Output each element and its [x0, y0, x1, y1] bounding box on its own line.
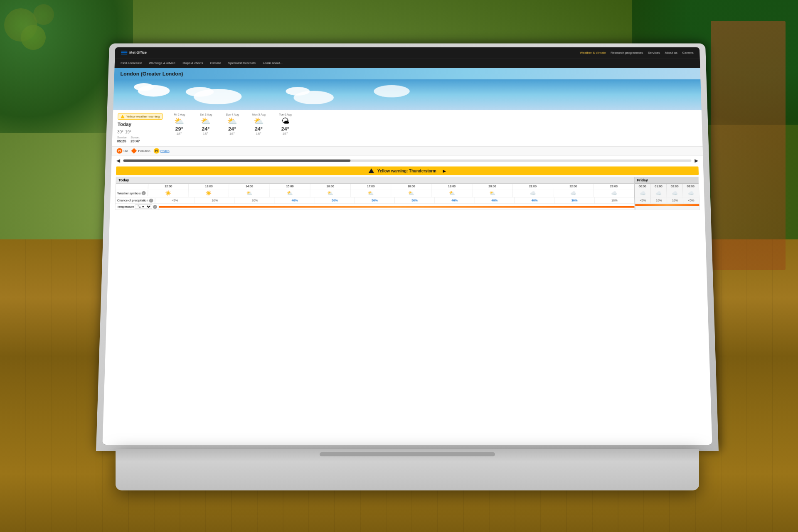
friday-temp-row [635, 204, 699, 206]
wx-icon-8: ⛅ [473, 189, 513, 197]
nav-services[interactable]: Services [648, 51, 660, 54]
forecast-low-4: 15° [273, 132, 297, 135]
forecast-low-0: 18° [167, 132, 191, 135]
hour-10: 22:00 [553, 184, 594, 189]
fri-wx-1: ☁️ [651, 189, 667, 197]
forecast-icon-1: ⛅ [194, 117, 218, 125]
fri-hour-0: 00:00 [635, 184, 651, 189]
today-hourly-section: Today 12:00 13:00 14:00 15:00 16:00 17:0… [115, 177, 634, 210]
sunrise-time: 05:25 [117, 139, 127, 143]
forecast-day-2[interactable]: Sun 4 Aug ⛅ 24° 16° [220, 113, 244, 135]
uv-badge[interactable]: H UV [117, 148, 128, 153]
pollution-badge[interactable]: Pollution [131, 148, 151, 153]
fri-hour-1: 01:00 [651, 184, 667, 189]
hour-1: 13:00 [189, 184, 229, 189]
laptop-base [116, 449, 699, 490]
pollution-diamond-wrapper [131, 148, 137, 153]
hour-6: 18:00 [392, 184, 432, 189]
nav-about[interactable]: About us [665, 51, 677, 54]
today-weather-icons: ☀️ ☀️ ⛅ ⛅ ⛅ ⛅ ⛅ ⛅ ⛅ ☁️ ☁️ [148, 189, 634, 197]
forecast-day-4[interactable]: Tue 6 Aug 🌤 24° 15° [273, 113, 298, 135]
laptop-screen-outer: Met Office Weather & climate Research pr… [96, 43, 719, 451]
hour-0: 12:00 [148, 184, 189, 189]
temp-unit-select[interactable]: °C ▼ °F ▼ [135, 204, 152, 209]
location-bar: London (Greater London) [114, 68, 700, 79]
pollen-link[interactable]: Pollen [160, 149, 170, 153]
today-high-temp: 30° [117, 130, 123, 134]
temp-info-icon[interactable]: i [153, 205, 157, 209]
forecast-icon-0: ⛅ [167, 117, 191, 125]
yellow-warning-banner[interactable]: Yellow warning: Thunderstorm ▶ [116, 167, 699, 175]
today-temps: 30° 19° [117, 128, 163, 135]
forecast-high-4: 24° [273, 126, 297, 132]
scroll-left-arrow[interactable]: ◀ [116, 158, 120, 163]
friday-col-header: Friday [635, 177, 699, 184]
today-temp-bar [159, 206, 635, 208]
precip-10: 30% [555, 197, 595, 203]
sky-banner [113, 79, 701, 110]
friday-hourly-section: Friday 00:00 01:00 02:00 03:00 ☁️ ☁️ [634, 177, 699, 210]
precip-info-icon[interactable]: i [149, 198, 153, 202]
hour-7: 19:00 [432, 184, 472, 189]
logo-lines [121, 51, 128, 54]
today-low-temp: 19° [125, 130, 131, 134]
fri-precip-3: <5% [683, 197, 699, 203]
sunrise-item: Sunrise: 05:25 [117, 136, 128, 143]
uv-label: UV [123, 149, 128, 153]
warning-badge[interactable]: Yellow weather warning [118, 113, 163, 120]
health-indicators-row: H UV Pollution H Pollen [112, 147, 703, 156]
forecast-day-3[interactable]: Mon 5 Aug ⛅ 24° 18° [246, 113, 271, 135]
forecast-date-2: Sun 4 Aug [220, 113, 244, 116]
scroll-thumb [123, 160, 351, 162]
forecast-low-1: 15° [194, 132, 218, 135]
scroll-bar[interactable] [123, 160, 692, 162]
forecast-day-0[interactable]: Fri 2 Aug ⛅ 29° 18° [167, 113, 192, 135]
fri-wx-0: ☁️ [635, 189, 651, 197]
logo-line-1 [121, 51, 127, 52]
nav-weather-climate[interactable]: Weather & climate [580, 51, 606, 54]
pollen-badge[interactable]: H Pollen [154, 148, 170, 153]
uv-h-icon: H [117, 148, 123, 153]
wx-icon-0: ☀️ [148, 189, 189, 197]
fri-wx-2: ☁️ [667, 189, 683, 197]
top-nav-links[interactable]: Weather & climate Research programmes Se… [580, 51, 694, 54]
precip-0: <5% [155, 197, 195, 203]
sunrise-sunset: Sunrise: 05:25 Sunset: 20:47 [117, 136, 163, 143]
nav-find-forecast[interactable]: Find a forecast [121, 62, 142, 65]
wx-icon-6: ⛅ [392, 189, 432, 197]
forecast-low-3: 18° [246, 132, 271, 135]
weather-symbols-info-icon[interactable]: i [142, 191, 146, 195]
nav-careers[interactable]: Careers [682, 51, 694, 54]
cloud-7 [374, 85, 410, 98]
weather-main-section: Yellow weather warning Today 30° 19° Sun… [112, 110, 703, 147]
nav-specialist-forecasts[interactable]: Specialist forecasts [228, 62, 256, 65]
logo-text: Met Office [129, 51, 147, 54]
nav-climate[interactable]: Climate [210, 62, 221, 65]
nav-research[interactable]: Research programmes [611, 51, 643, 54]
sunrise-label: Sunrise: [117, 136, 128, 139]
wx-icon-4: ⛅ [310, 189, 351, 197]
nav-warnings-advice[interactable]: Warnings & advice [149, 62, 175, 65]
forecast-high-2: 24° [220, 126, 244, 132]
nav-maps-charts[interactable]: Maps & charts [182, 62, 203, 65]
today-precip-cells: <5% 10% 20% 40% 50% 50% 50% 40% 40% 40% [155, 197, 634, 203]
logo-line-3 [121, 54, 127, 54]
laptop: Met Office Weather & climate Research pr… [83, 25, 732, 490]
precip-3: 40% [275, 197, 315, 203]
precip-9: 40% [515, 197, 555, 203]
nav-learn-about[interactable]: Learn about... [263, 62, 282, 65]
wx-icon-7: ⛅ [432, 189, 473, 197]
scroll-right-arrow[interactable]: ▶ [695, 158, 698, 163]
wx-icon-3: ⛅ [270, 189, 310, 197]
today-hours-row: 12:00 13:00 14:00 15:00 16:00 17:00 18:0… [116, 184, 634, 189]
friday-temp-gradient [635, 204, 699, 206]
forecast-day-1[interactable]: Sat 3 Aug ⛅ 24° 15° [194, 113, 218, 135]
hour-5: 17:00 [351, 184, 391, 189]
temperature-row: Temperature °C ▼ °F ▼ i [115, 204, 634, 209]
precip-6: 50% [395, 197, 435, 203]
cloud-4 [186, 87, 214, 96]
browser-window: Met Office Weather & climate Research pr… [103, 47, 712, 445]
weather-symbols-label: Weather symbols i [116, 190, 148, 196]
precip-7: 40% [435, 197, 475, 203]
precip-11: 10% [595, 197, 634, 203]
